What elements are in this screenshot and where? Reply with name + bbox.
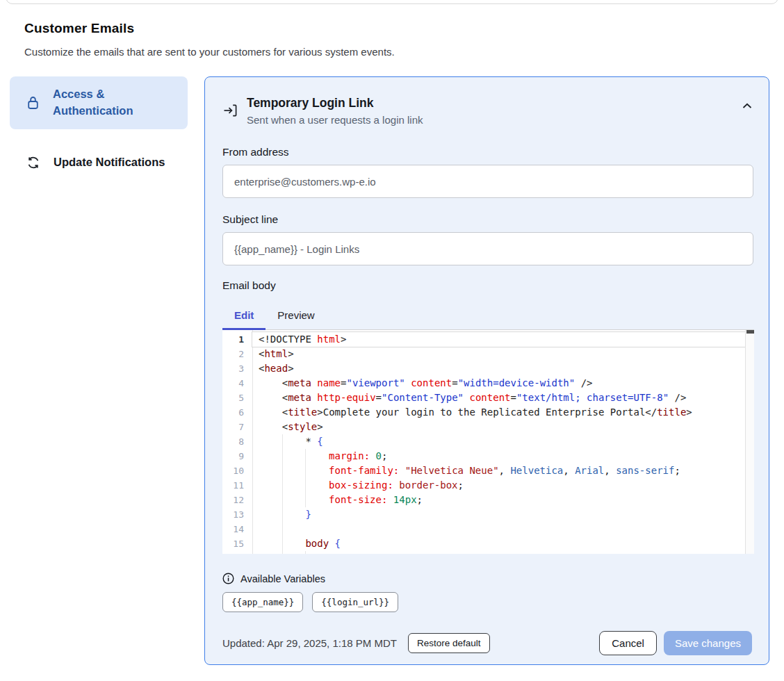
panel-subtitle: Sent when a user requests a login link <box>247 114 733 126</box>
email-body-code-editor[interactable]: 1<!DOCTYPE html>2<html>3<head>4<meta nam… <box>222 330 754 554</box>
code-line: 2<html> <box>222 347 754 361</box>
code-line: 3<head> <box>222 361 754 376</box>
customer-emails-page: Customer Emails Customize the emails tha… <box>0 0 784 681</box>
login-arrow-icon <box>222 103 238 118</box>
cancel-button[interactable]: Cancel <box>599 631 657 655</box>
restore-default-button[interactable]: Restore default <box>408 633 490 653</box>
code-line: 12font-size: 14px; <box>222 493 754 507</box>
from-address-label: From address <box>222 146 752 158</box>
code-line: 7<style> <box>222 420 754 434</box>
email-body-tabbar: Edit Preview <box>222 300 754 330</box>
code-line: 16background: #ffffff; <box>222 551 754 554</box>
available-variables-label: Available Variables <box>240 573 325 584</box>
updated-timestamp: Updated: Apr 29, 2025, 1:18 PM MDT <box>222 637 397 649</box>
tab-edit[interactable]: Edit <box>222 300 266 329</box>
code-line: 15body { <box>222 536 754 551</box>
page-header: Customer Emails Customize the emails tha… <box>24 21 650 58</box>
panel-title: Temporary Login Link <box>247 96 733 110</box>
code-line: 10font-family: "Helvetica Neue", Helveti… <box>222 463 754 478</box>
lock-icon <box>26 95 40 110</box>
subject-line-label: Subject line <box>222 213 752 226</box>
sidebar-item-label: Update Notifications <box>54 154 165 171</box>
code-line: 6<title>Complete your login to the Repli… <box>222 405 754 420</box>
from-address-input[interactable] <box>222 165 753 198</box>
variable-chip-login-url[interactable]: {{login_url}} <box>312 592 398 612</box>
chevron-up-icon[interactable] <box>742 103 752 109</box>
email-types-sidebar: Access & Authentication Update Notificat… <box>10 76 188 181</box>
page-subtitle: Customize the emails that are sent to yo… <box>24 46 650 58</box>
code-lines: 1<!DOCTYPE html>2<html>3<head>4<meta nam… <box>222 330 754 554</box>
refresh-icon <box>26 156 40 170</box>
code-line: 5<meta http-equiv="Content-Type" content… <box>222 391 754 405</box>
editor-scrollbar-thumb[interactable] <box>746 330 754 334</box>
subject-line-input[interactable] <box>222 232 753 265</box>
panel-footer: Updated: Apr 29, 2025, 1:18 PM MDT Resto… <box>222 631 752 655</box>
code-line: 4<meta name="viewport" content="width=de… <box>222 376 754 391</box>
save-changes-button[interactable]: Save changes <box>664 631 752 655</box>
code-line: 1<!DOCTYPE html> <box>222 332 754 347</box>
previous-card-bottom-edge <box>6 0 778 4</box>
code-line: 11box-sizing: border-box; <box>222 478 754 493</box>
code-line: 9margin: 0; <box>222 449 754 463</box>
code-line: 8* { <box>222 434 754 449</box>
panel-header: Temporary Login Link Sent when a user re… <box>222 96 752 126</box>
available-variables-header: Available Variables <box>222 573 752 584</box>
page-title: Customer Emails <box>24 21 650 36</box>
sidebar-item-update-notifications[interactable]: Update Notifications <box>10 145 188 181</box>
code-line: 13} <box>222 507 754 522</box>
email-body-label: Email body <box>222 279 752 292</box>
variable-chip-app-name[interactable]: {{app_name}} <box>222 592 303 612</box>
sidebar-item-access-authentication[interactable]: Access & Authentication <box>10 76 188 129</box>
temporary-login-link-panel: Temporary Login Link Sent when a user re… <box>204 76 769 665</box>
variable-chips: {{app_name}} {{login_url}} <box>222 592 752 612</box>
info-icon <box>222 573 234 584</box>
code-line: 14 <box>222 522 754 536</box>
sidebar-item-label: Access & Authentication <box>53 86 168 120</box>
editor-scrollbar[interactable] <box>745 330 754 554</box>
tab-preview[interactable]: Preview <box>266 300 326 329</box>
